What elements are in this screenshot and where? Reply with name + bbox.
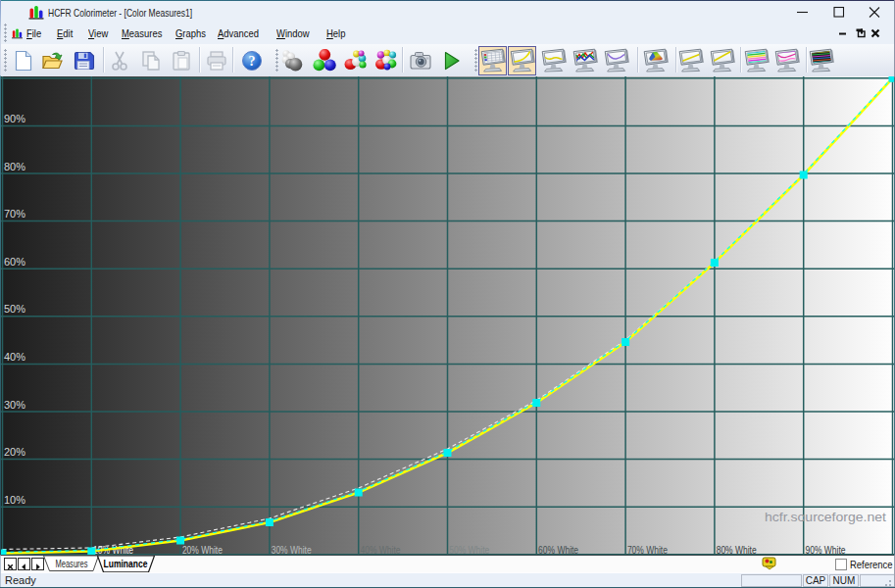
svg-text:20%: 20% [4, 446, 25, 458]
svg-text:hcfr.sourceforge.net: hcfr.sourceforge.net [765, 510, 886, 524]
svg-text:60%: 60% [4, 256, 25, 268]
svg-text:90%: 90% [4, 113, 25, 124]
svg-text:?: ? [249, 54, 256, 69]
svg-text:30%: 30% [4, 399, 25, 411]
svg-text:80%: 80% [4, 161, 25, 172]
svg-text:10%: 10% [4, 494, 25, 506]
svg-text:70%: 70% [4, 208, 25, 220]
svg-text:Measures: Measures [56, 559, 88, 569]
svg-text:Luminance: Luminance [104, 558, 148, 569]
svg-text:40%: 40% [4, 351, 25, 363]
svg-text:50%: 50% [4, 303, 25, 315]
